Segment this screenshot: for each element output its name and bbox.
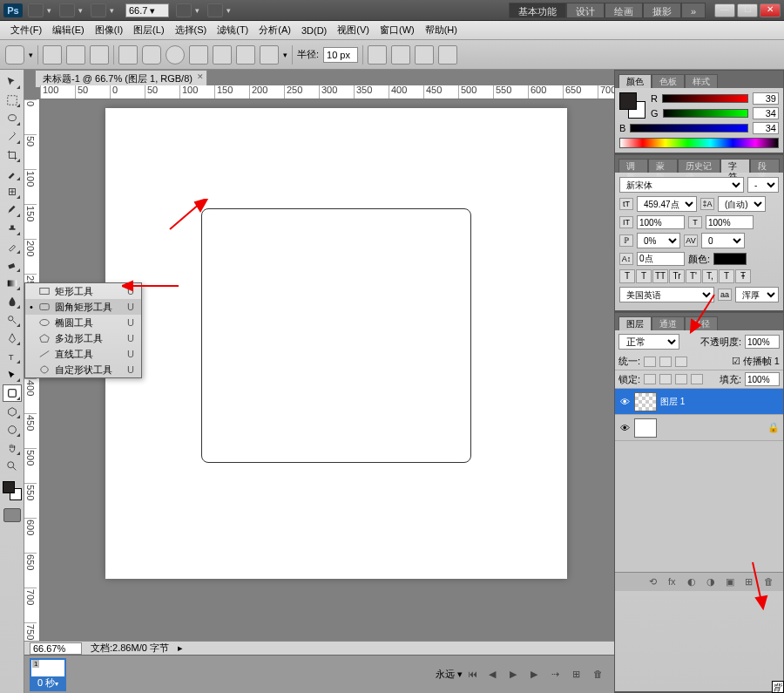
rect-shape-icon[interactable] — [118, 45, 138, 65]
move-tool[interactable] — [3, 73, 22, 91]
menu-edit[interactable]: 编辑(E) — [47, 22, 90, 38]
layer-thumb[interactable] — [634, 418, 657, 438]
combine-add-icon[interactable] — [391, 45, 410, 65]
mini-bridge-icon[interactable] — [59, 3, 75, 17]
blend-mode-select[interactable]: 正常 — [618, 334, 679, 350]
bridge-icon[interactable] — [28, 3, 44, 17]
superscript[interactable]: T' — [686, 269, 701, 283]
lock-trans-icon[interactable] — [644, 374, 656, 384]
hscale-input[interactable] — [706, 215, 754, 229]
r-value[interactable]: 39 — [753, 92, 779, 105]
maximize-button[interactable]: ☐ — [737, 3, 758, 17]
paths-icon[interactable] — [66, 45, 85, 65]
flyout-ellipse[interactable]: 椭圆工具U — [25, 315, 141, 330]
hand-tool[interactable] — [3, 439, 22, 457]
path-select-tool[interactable] — [3, 366, 22, 384]
stamp-tool[interactable] — [3, 220, 22, 237]
ruler-horizontal[interactable]: 1005005010015020025030035040045050055060… — [40, 85, 614, 99]
status-arrow-icon[interactable]: ▸ — [178, 642, 183, 654]
marquee-tool[interactable] — [3, 92, 22, 109]
r-slider[interactable] — [662, 94, 748, 103]
adjust-tab[interactable]: 调整 — [618, 159, 648, 173]
rrect-shape-icon[interactable] — [142, 45, 161, 65]
track-input[interactable]: 0 — [701, 233, 745, 248]
pen-shape-icon[interactable] — [260, 45, 279, 65]
ellipse-shape-icon[interactable] — [166, 45, 185, 65]
font-style-select[interactable]: - — [747, 177, 779, 193]
mask-tab[interactable]: 蒙版 — [648, 159, 678, 173]
baseline-input[interactable] — [637, 252, 685, 266]
status-zoom[interactable]: 66.67% — [30, 642, 82, 655]
rounded-rect-shape[interactable] — [201, 208, 471, 463]
vscale-input[interactable] — [637, 215, 685, 229]
propagate-label[interactable]: 传播帧 1 — [743, 356, 780, 366]
workspace-tab-essentials[interactable]: 基本功能 — [509, 3, 566, 18]
tween-icon[interactable]: ⇢ — [551, 669, 567, 681]
timeline-frame[interactable]: 1 0 秒▾ — [30, 658, 66, 691]
3d-tool[interactable] — [3, 403, 22, 420]
menu-image[interactable]: 图像(I) — [90, 22, 128, 38]
combine-new-icon[interactable] — [368, 45, 387, 65]
swatches-tab[interactable]: 色板 — [652, 74, 685, 88]
pen-tool[interactable] — [3, 330, 22, 347]
fill-pixels-icon[interactable] — [90, 45, 109, 65]
unify-style-icon[interactable] — [675, 357, 687, 367]
zoom-tool[interactable] — [3, 458, 22, 475]
menu-layer[interactable]: 图层(L) — [128, 22, 169, 38]
spectrum-bar[interactable] — [619, 138, 779, 148]
visibility-icon[interactable]: 👁 — [618, 422, 631, 434]
document-tab[interactable]: 未标题-1 @ 66.7% (图层 1, RGB/8)✕ — [35, 70, 207, 87]
arrange-docs-icon[interactable] — [176, 3, 192, 17]
link-layers-icon[interactable]: ⟲ — [649, 576, 663, 588]
mask-icon[interactable]: ◐ — [687, 576, 701, 588]
unify-pos-icon[interactable] — [644, 357, 656, 367]
group-icon[interactable]: ▣ — [726, 576, 740, 588]
flyout-line[interactable]: 直线工具U — [25, 346, 141, 362]
radius-input[interactable] — [323, 47, 358, 63]
type-tool[interactable]: T — [3, 348, 22, 365]
color-tab[interactable]: 颜色 — [618, 74, 652, 88]
font-size-input[interactable]: 459.47点 — [637, 196, 697, 212]
crop-tool[interactable] — [3, 146, 22, 164]
styles-tab[interactable]: 样式 — [685, 74, 718, 88]
flyout-rrect[interactable]: •圆角矩形工具U — [25, 299, 141, 315]
menu-view[interactable]: 视图(V) — [332, 22, 375, 38]
menu-filter[interactable]: 滤镜(T) — [212, 22, 253, 38]
adjustment-icon[interactable]: ◑ — [706, 576, 720, 588]
new-frame-icon[interactable]: ⊞ — [572, 669, 588, 681]
text-color-chip[interactable] — [713, 253, 747, 265]
g-value[interactable]: 34 — [753, 107, 779, 119]
lock-pos-icon[interactable] — [675, 374, 687, 384]
fill-input[interactable] — [745, 372, 780, 386]
layer-name[interactable]: 图层 1 — [660, 396, 685, 408]
color-swatches[interactable] — [3, 481, 22, 500]
shape-tool[interactable] — [3, 384, 22, 402]
workspace-tab-design[interactable]: 设计 — [566, 3, 605, 18]
menu-select[interactable]: 选择(S) — [170, 22, 213, 38]
combine-int-icon[interactable] — [438, 45, 457, 65]
loop-select[interactable]: 永远 ▾ — [436, 668, 463, 681]
b-value[interactable]: 34 — [753, 122, 779, 134]
screen-mode-icon[interactable] — [207, 3, 223, 17]
delete-frame-icon[interactable]: 🗑 — [593, 669, 609, 681]
workspace-tab-photo[interactable]: 摄影 — [643, 3, 681, 18]
flyout-polygon[interactable]: 多边形工具U — [25, 330, 141, 346]
shape-layers-icon[interactable] — [43, 45, 62, 65]
layers-tab[interactable]: 图层 — [618, 316, 652, 330]
3d-camera-tool[interactable] — [3, 421, 22, 438]
polygon-shape-icon[interactable] — [189, 45, 208, 65]
g-slider[interactable] — [663, 109, 748, 118]
quick-mask-icon[interactable] — [3, 508, 21, 522]
healing-tool[interactable] — [3, 183, 22, 200]
lock-paint-icon[interactable] — [659, 374, 672, 384]
blur-tool[interactable] — [3, 293, 22, 310]
dodge-tool[interactable] — [3, 311, 22, 329]
layer-item[interactable]: 👁 背景 🔒 — [615, 415, 783, 441]
character-tab[interactable]: 字符 — [720, 159, 750, 173]
gradient-tool[interactable] — [3, 275, 22, 292]
eraser-tool[interactable] — [3, 256, 22, 274]
zoom-level-input[interactable]: 66.7 ▾ — [125, 3, 169, 17]
brush-tool[interactable] — [3, 201, 22, 219]
menu-3d[interactable]: 3D(D) — [296, 24, 332, 37]
menu-file[interactable]: 文件(F) — [5, 22, 47, 38]
